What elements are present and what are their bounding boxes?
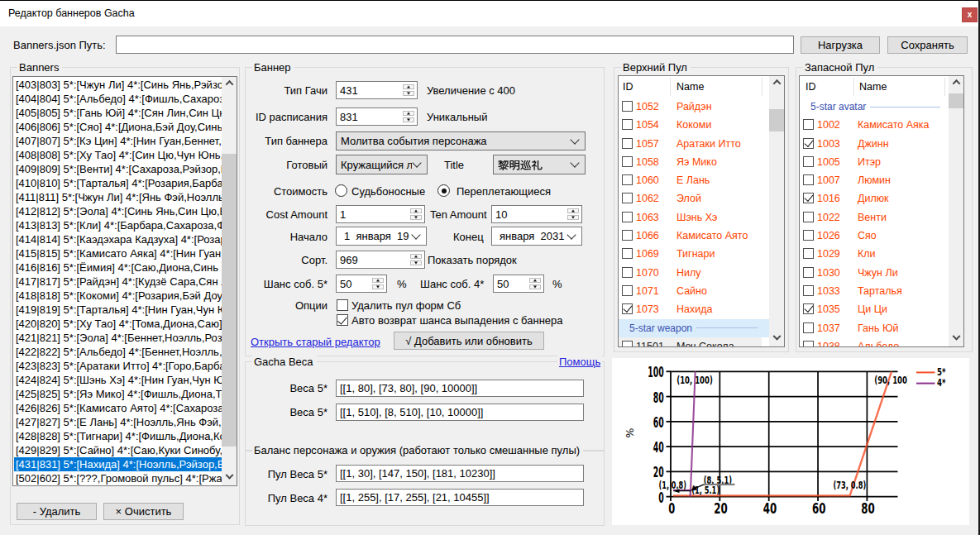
pool-weights5-input[interactable] (336, 465, 584, 482)
pool-row[interactable]: 1057Аратаки Итто (619, 135, 769, 153)
banner-list-item[interactable]: [407|807] 5*:[Кэ Цин] 4*:[Нин Гуан,Бенне… (14, 134, 222, 148)
banner-list-item[interactable]: [408|808] 5*:[Ху Тао] 4*:[Син Цю,Чун Юнь… (14, 148, 222, 162)
pool-row-checkbox[interactable] (803, 174, 814, 185)
scroll-up-button[interactable] (222, 77, 237, 91)
reserve-pool-scrollbar[interactable] (949, 76, 963, 346)
pool-row-checkbox[interactable] (803, 138, 814, 149)
scroll-up-button[interactable] (949, 76, 963, 90)
pool-row-checkbox[interactable] (622, 285, 633, 296)
pool-row-checkbox[interactable] (622, 248, 633, 259)
pool-row-checkbox[interactable] (803, 341, 814, 346)
pool-row-checkbox[interactable] (803, 285, 814, 296)
pool-row-checkbox[interactable] (622, 138, 633, 149)
pool-row-checkbox[interactable] (622, 174, 633, 185)
spin-up-button[interactable] (529, 278, 541, 283)
spin-down-button[interactable] (410, 260, 422, 265)
pool-row[interactable]: 1037Гань Юй (800, 319, 949, 337)
pool-row[interactable]: 1030Чжун Ли (800, 264, 949, 282)
load-button[interactable]: Нагрузка (801, 36, 880, 54)
banner-list-item[interactable]: [410|810] 5*:[Тарталья] 4*:[Розария,Барб… (14, 176, 222, 190)
scroll-down-button[interactable] (769, 332, 784, 346)
banner-list-item[interactable]: [424|824] 5*:[Шэнь Хэ] 4*:[Нин Гуан,Чун … (14, 373, 222, 387)
radio-intertwined[interactable] (437, 184, 450, 197)
scroll-down-button[interactable] (949, 332, 963, 346)
upper-pool-scrollbar[interactable] (769, 76, 784, 346)
pool-row[interactable]: 1016Дилюк (800, 189, 949, 208)
column-header-id[interactable]: ID (806, 76, 816, 98)
open-old-editor-link[interactable]: Открыть старый редактор (251, 336, 380, 348)
column-header-name[interactable]: Name (676, 76, 704, 98)
chance5-updown[interactable]: 50 (336, 275, 387, 293)
pool-row-checkbox[interactable] (622, 303, 633, 314)
pool-row-checkbox[interactable] (803, 212, 814, 222)
pool-row-checkbox[interactable] (803, 248, 814, 259)
end-datepicker[interactable]: января 2031 (491, 227, 582, 246)
spin-up-button[interactable] (372, 278, 384, 283)
column-header-id[interactable]: ID (623, 76, 633, 98)
spin-up-button[interactable] (410, 254, 422, 259)
pool-row-checkbox[interactable] (622, 212, 633, 222)
column-header-name[interactable]: Name (859, 76, 887, 98)
upper-pool-listview[interactable]: ID Name 1052Райдэн1054Кокоми1057Аратаки … (618, 75, 785, 347)
banner-type-combo[interactable]: Молитва события персонажа (336, 131, 586, 150)
banner-list-item[interactable]: [405|805] 5*:[Гань Юй] 4*:[Сян Лин,Син Ц… (14, 106, 222, 120)
spin-down-button[interactable] (403, 91, 414, 96)
pool-row[interactable]: 1070Нилу (619, 264, 769, 282)
title-combo[interactable] (493, 155, 586, 174)
pool-row[interactable]: 1071Сайно (619, 282, 769, 300)
banner-list-item[interactable]: [428|828] 5*:[Тигнари] 4*:[Фишль,Диона,К… (14, 429, 222, 443)
pool-row[interactable]: 1005Итэр (800, 153, 949, 171)
pool-row[interactable]: 1062Элой (619, 189, 769, 208)
option-auto-return-label[interactable]: Авто возврат шанса выпадения с баннера (351, 314, 563, 327)
pool-row[interactable]: 1002Камисато Аяка (800, 116, 949, 134)
weights5-input[interactable] (336, 380, 584, 397)
spin-up-button[interactable] (567, 208, 579, 213)
spin-down-button[interactable] (567, 215, 579, 220)
pool-row[interactable]: 1022Венти (800, 208, 949, 227)
sort-updown[interactable]: 969 (336, 251, 425, 269)
pool-row-checkbox[interactable] (622, 193, 633, 203)
schedule-id-updown[interactable]: 831 (336, 107, 418, 126)
radio-fate[interactable] (335, 184, 347, 197)
pool-row-checkbox[interactable] (622, 267, 633, 278)
chance4-updown[interactable]: 50 (493, 275, 544, 293)
pool-row[interactable]: 1029Кли (800, 245, 949, 263)
spin-down-button[interactable] (372, 284, 384, 289)
pool-row[interactable]: 11501Меч Сокола (619, 337, 769, 346)
banner-list-item[interactable]: [423|823] 5*:[Аратаки Итто] 4*:[Горо,Бар… (14, 359, 222, 373)
pool-row-checkbox[interactable] (803, 322, 814, 333)
banner-list-item[interactable]: [419|819] 5*:[Тарталья] 4*:[Нин Гуан,Чун… (14, 303, 222, 317)
cost-amount-updown[interactable]: 1 (336, 205, 425, 223)
scroll-thumb[interactable] (222, 154, 237, 447)
banner-list-item[interactable]: [404|804] 5*:[Альбедо] 4*:[Фишль,Сахароз… (14, 92, 222, 106)
pool-row-checkbox[interactable] (622, 156, 633, 167)
banner-list-item[interactable]: [411|811] 5*:[Чжун Ли] 4*:[Янь Фэй,Ноэлл… (14, 190, 222, 204)
reserve-pool-listview[interactable]: ID Name 5-star avatar1002Камисато Аяка10… (799, 75, 964, 347)
pool-row[interactable]: 1026Сяо (800, 227, 949, 245)
banner-list-item[interactable]: [406|806] 5*:[Сяо] 4*:[Диона,Бэй Доу,Син… (14, 120, 222, 134)
spin-up-button[interactable] (410, 208, 422, 213)
banner-list-item[interactable]: [425|825] 5*:[Яэ Мико] 4*:[Фишль,Диона,Т… (14, 387, 222, 401)
pool-row[interactable]: 1060Е Лань (619, 171, 769, 189)
pool-weights4-input[interactable] (336, 489, 584, 506)
pool-row[interactable]: 1035Ци Ци (800, 300, 949, 318)
banner-list-item[interactable]: [420|820] 5*:[Ху Тао] 4*:[Тома,Диона,Саю… (14, 317, 222, 331)
radio-fate-label[interactable]: Судьбоносные (351, 185, 425, 198)
banner-list-item[interactable]: [413|813] 5*:[Кли] 4*:[Барбара,Сахароза,… (14, 218, 222, 232)
banner-list-item[interactable]: [403|803] 5*:[Чжун Ли] 4*:[Синь Янь,Рэйз… (14, 78, 222, 92)
clear-banners-button[interactable]: × Очистить (103, 503, 184, 520)
spin-down-button[interactable] (410, 215, 422, 220)
ten-amount-updown[interactable]: 10 (491, 205, 582, 223)
scroll-thumb[interactable] (949, 93, 963, 108)
banners-listbox[interactable]: [403|803] 5*:[Чжун Ли] 4*:[Синь Янь,Рэйз… (12, 76, 237, 486)
banner-list-item[interactable]: [431|831] 5*:[Нахида] 4*:[Ноэлль,Рэйзор,… (14, 457, 222, 471)
banner-list-item[interactable]: [426|826] 5*:[Камисато Аято] 4*:[Сахароз… (14, 401, 222, 415)
pool-row-checkbox[interactable] (803, 156, 814, 167)
scroll-up-button[interactable] (769, 76, 784, 90)
banner-list-item[interactable]: [409|809] 5*:[Венти] 4*:[Сахароза,Рэйзор… (14, 162, 222, 176)
pool-row-checkbox[interactable] (803, 193, 814, 203)
delete-banner-button[interactable]: - Удалить (17, 503, 97, 520)
spin-up-button[interactable] (403, 84, 414, 89)
banner-list-item[interactable]: [427|827] 5*:[Е Лань] 4*:[Ноэлль,Янь Фэй… (14, 415, 222, 429)
pool-row[interactable]: 1066Камисато Аято (619, 227, 769, 245)
